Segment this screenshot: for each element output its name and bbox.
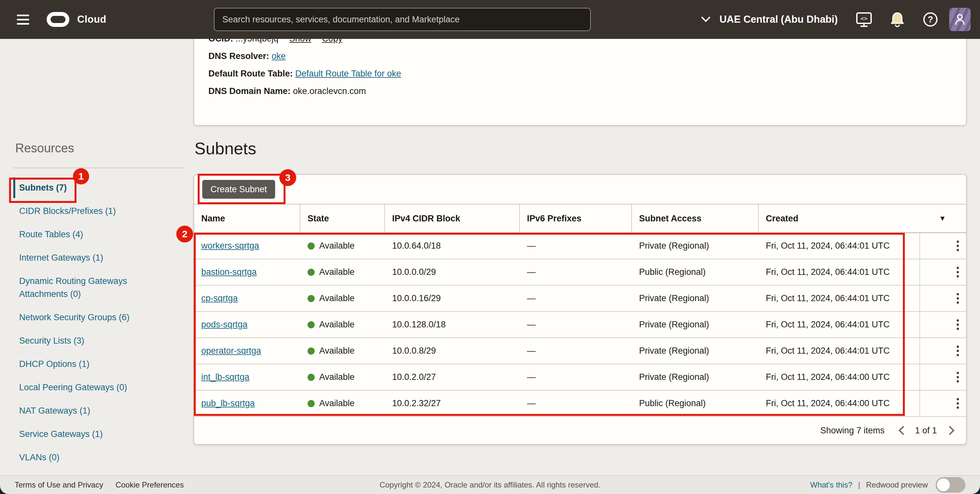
sidebar-item[interactable]: Network Security Groups (6) xyxy=(13,311,169,324)
status-available-icon xyxy=(307,269,315,276)
create-subnet-button[interactable]: Create Subnet xyxy=(202,180,275,199)
toggle-knob xyxy=(937,478,950,491)
redwood-preview-toggle[interactable] xyxy=(935,477,966,493)
route-table-link[interactable]: Default Route Table for oke xyxy=(295,69,401,78)
dns-resolver-label: DNS Resolver: xyxy=(208,51,269,61)
sidebar-item[interactable]: Dynamic Routing Gateways Attachments (0) xyxy=(13,274,169,301)
cell-ipv6-prefixes: — xyxy=(520,285,632,311)
table-body: workers-sqrtga Available 10.0.64.0/18 — … xyxy=(194,233,966,417)
cell-ipv6-prefixes: — xyxy=(520,390,632,416)
column-header-ipv6-prefixes[interactable]: IPv6 Prefixes xyxy=(520,204,632,233)
cell-ipv6-prefixes: — xyxy=(520,364,632,390)
cell-name: pub_lb-sqrtga xyxy=(194,390,301,416)
cell-created: Fri, Oct 11, 2024, 06:44:01 UTC xyxy=(759,259,920,285)
annotation-badge-1: 1 xyxy=(73,168,89,185)
subnet-name-link[interactable]: pub_lb-sqrtga xyxy=(201,398,255,408)
sidebar-title: Resources xyxy=(15,141,183,155)
cell-actions xyxy=(920,390,966,416)
notifications-bell-icon[interactable] xyxy=(890,12,905,27)
cell-ipv4-cidr: 10.0.0.0/29 xyxy=(385,259,520,285)
subnets-table-panel: Create Subnet Name State IPv4 CIDR Block… xyxy=(194,174,967,445)
state-label: Available xyxy=(319,241,355,251)
subnet-name-link[interactable]: operator-sqrtga xyxy=(201,346,261,356)
cell-subnet-access: Private (Regional) xyxy=(632,312,759,338)
sidebar-item[interactable]: CIDR Blocks/Prefixes (1) xyxy=(13,204,169,217)
chevron-down-icon[interactable] xyxy=(701,13,710,22)
dns-domain-row: DNS Domain Name: oke.oraclevcn.com xyxy=(208,87,966,96)
cell-ipv6-prefixes: — xyxy=(520,312,632,338)
next-page-icon[interactable] xyxy=(945,426,955,435)
subnet-row: workers-sqrtga Available 10.0.64.0/18 — … xyxy=(194,233,966,259)
sidebar-item[interactable]: Local Peering Gateways (0) xyxy=(13,381,169,394)
subnet-row: pub_lb-sqrtga Available 10.0.2.32/27 — P… xyxy=(194,390,966,417)
sidebar-item[interactable]: NAT Gateways (1) xyxy=(13,404,169,417)
column-header-ipv4-cidr[interactable]: IPv4 CIDR Block xyxy=(385,204,520,233)
status-available-icon xyxy=(307,295,315,302)
cell-state: Available xyxy=(301,390,385,416)
profile-avatar[interactable] xyxy=(949,8,970,31)
sidebar-item[interactable]: Route Tables (4) xyxy=(13,228,169,241)
cell-ipv6-prefixes: — xyxy=(520,259,632,285)
column-header-name[interactable]: Name xyxy=(194,204,301,233)
terms-link[interactable]: Terms of Use and Privacy xyxy=(14,480,103,489)
whats-this-link[interactable]: What's this? xyxy=(810,480,852,489)
cell-actions xyxy=(920,312,966,338)
kebab-menu-icon[interactable] xyxy=(955,317,961,332)
kebab-menu-icon[interactable] xyxy=(955,291,961,306)
cloud-shell-icon[interactable]: <> xyxy=(856,12,872,27)
subnet-name-link[interactable]: bastion-sqrtga xyxy=(201,267,257,277)
kebab-menu-icon[interactable] xyxy=(955,239,961,253)
cell-actions xyxy=(920,338,966,364)
sort-descending-icon[interactable]: ▼ xyxy=(939,214,946,223)
kebab-menu-icon[interactable] xyxy=(955,265,961,279)
cell-state: Available xyxy=(301,233,385,259)
sidebar-item[interactable]: DHCP Options (1) xyxy=(13,357,169,371)
subnet-row: bastion-sqrtga Available 10.0.0.0/29 — P… xyxy=(194,259,966,285)
kebab-menu-icon[interactable] xyxy=(955,396,961,411)
subnet-row: cp-sqrtga Available 10.0.0.16/29 — Priva… xyxy=(194,285,966,312)
previous-page-icon[interactable] xyxy=(899,426,908,435)
oracle-cloud-brand[interactable]: Cloud xyxy=(47,12,106,27)
subnet-name-link[interactable]: workers-sqrtga xyxy=(201,241,259,251)
search-input[interactable] xyxy=(214,8,591,31)
cell-created: Fri, Oct 11, 2024, 06:44:01 UTC xyxy=(759,233,920,259)
state-label: Available xyxy=(319,293,355,303)
sidebar-item[interactable]: Internet Gateways (1) xyxy=(13,251,169,264)
column-header-subnet-access[interactable]: Subnet Access xyxy=(632,204,759,233)
brand-label: Cloud xyxy=(77,14,106,25)
region-selector[interactable]: UAE Central (Abu Dhabi) xyxy=(719,14,838,25)
subnet-row: operator-sqrtga Available 10.0.0.8/29 — … xyxy=(194,338,966,364)
cell-ipv4-cidr: 10.0.64.0/18 xyxy=(385,233,520,259)
route-table-row: Default Route Table: Default Route Table… xyxy=(208,69,966,78)
sidebar-item[interactable]: Service Gateways (1) xyxy=(13,427,169,440)
oracle-logo-icon xyxy=(47,12,69,27)
status-available-icon xyxy=(307,374,315,381)
subnet-name-link[interactable]: cp-sqrtga xyxy=(201,293,238,303)
cell-subnet-access: Public (Regional) xyxy=(632,259,759,285)
table-toolbar: Create Subnet xyxy=(194,175,966,204)
sidebar-item[interactable]: Security Lists (3) xyxy=(13,334,169,347)
column-header-state[interactable]: State xyxy=(301,204,385,233)
sidebar-list: Subnets (7)CIDR Blocks/Prefixes (1)Route… xyxy=(13,181,183,464)
kebab-menu-icon[interactable] xyxy=(955,370,961,384)
column-header-created[interactable]: Created ▼ xyxy=(759,204,966,233)
cell-created: Fri, Oct 11, 2024, 06:44:00 UTC xyxy=(759,364,920,390)
cookie-preferences-link[interactable]: Cookie Preferences xyxy=(115,480,184,489)
kebab-menu-icon[interactable] xyxy=(955,344,961,358)
cell-ipv4-cidr: 10.0.2.0/27 xyxy=(385,364,520,390)
hamburger-menu-icon[interactable] xyxy=(17,14,29,25)
dns-resolver-link[interactable]: oke xyxy=(272,51,286,61)
dns-domain-label: DNS Domain Name: xyxy=(208,86,291,96)
cell-created: Fri, Oct 11, 2024, 06:44:00 UTC xyxy=(759,390,920,416)
subnet-name-link[interactable]: int_lb-sqrtga xyxy=(201,372,250,382)
sidebar-item[interactable]: VLANs (0) xyxy=(13,451,169,464)
cell-ipv4-cidr: 10.0.128.0/18 xyxy=(385,312,520,338)
sidebar-item[interactable]: Subnets (7) xyxy=(13,181,169,194)
subnet-name-link[interactable]: pods-sqrtga xyxy=(201,320,248,330)
copyright-text: Copyright © 2024, Oracle and/or its affi… xyxy=(380,480,600,489)
help-icon[interactable]: ? xyxy=(923,12,937,27)
redwood-preview-label: Redwood preview xyxy=(866,480,928,489)
cell-ipv4-cidr: 10.0.0.8/29 xyxy=(385,338,520,364)
cell-ipv6-prefixes: — xyxy=(520,338,632,364)
cell-ipv4-cidr: 10.0.2.32/27 xyxy=(385,390,520,416)
